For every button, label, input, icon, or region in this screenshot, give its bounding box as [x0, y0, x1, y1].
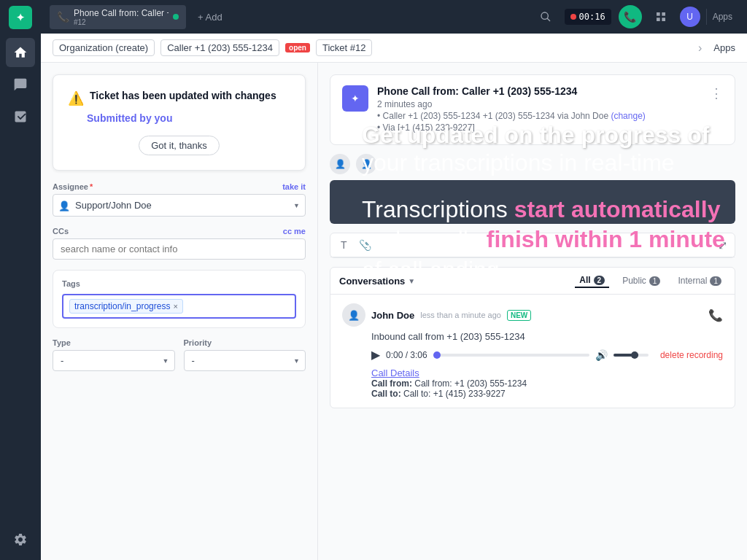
- notification-box: ⚠️ Ticket has been updated with changes …: [53, 74, 306, 171]
- ccs-field: CCs cc me: [53, 227, 306, 260]
- warning-icon: ⚠️: [68, 90, 84, 106]
- sidebar-item-tickets[interactable]: [6, 70, 35, 99]
- sidebar: ✦: [0, 0, 41, 560]
- add-button[interactable]: + Add: [192, 9, 228, 26]
- right-panel: Get updated on the progress of your tran…: [318, 63, 747, 560]
- conversations-chevron-icon: ▼: [408, 277, 415, 285]
- recording-dot: [570, 14, 576, 20]
- all-badge: 2: [594, 276, 605, 285]
- text-format-icon[interactable]: T: [338, 238, 350, 252]
- call-to-row: Call to: Call to: +1 (415) 233-9227: [371, 389, 723, 399]
- ticket-time: 2 minutes ago: [377, 99, 701, 109]
- priority-select-wrapper: -: [184, 350, 306, 371]
- transcript-placeholder: [330, 180, 735, 224]
- user-avatar[interactable]: U: [680, 7, 700, 27]
- required-mark: *: [90, 182, 93, 191]
- composer-toolbar: T 📎 ⤢: [330, 233, 735, 257]
- audio-progress-bar[interactable]: [433, 354, 589, 357]
- sidebar-item-home[interactable]: [6, 38, 35, 67]
- grid-icon[interactable]: [649, 5, 673, 28]
- attachment-icon[interactable]: 📎: [356, 238, 374, 252]
- breadcrumb-expand-icon[interactable]: ›: [698, 42, 702, 55]
- conversation-item: 👤 John Doe less than a minute ago NEW 📞 …: [330, 295, 735, 408]
- sidebar-item-reports[interactable]: [6, 102, 35, 131]
- breadcrumb-apps-button[interactable]: Apps: [713, 42, 735, 53]
- internal-badge: 1: [710, 276, 721, 286]
- phone-icon: 📞: [57, 11, 69, 23]
- message-composer: T 📎 ⤢: [330, 233, 735, 258]
- tab-title: Phone Call from: Caller +1 (... #12: [74, 8, 169, 26]
- filter-internal[interactable]: Internal 1: [673, 274, 726, 287]
- breadcrumb-org[interactable]: Organization (create): [53, 39, 155, 56]
- conv-author-name: John Doe: [371, 310, 414, 321]
- breadcrumb-caller[interactable]: Caller +1 (203) 555-1234: [160, 39, 279, 56]
- participant-icon-2: 👤: [356, 154, 376, 174]
- ticket-caller: • Caller +1 (203) 555-1234 +1 (203) 555-…: [377, 111, 701, 121]
- ccs-input[interactable]: [53, 238, 306, 260]
- ticket-panel: ✦ Phone Call from: Caller +1 (203) 555-1…: [318, 63, 747, 420]
- assignee-select-wrapper: Support/John Doe 👤: [53, 194, 306, 217]
- conv-call-icon: 📞: [708, 308, 723, 322]
- ccs-label: CCs cc me: [53, 227, 306, 236]
- conv-body: Inbound call from +1 (203) 555-1234: [371, 331, 723, 342]
- topbar-actions: 00:16 📞 U: [534, 5, 700, 28]
- participant-row: 👤 👤: [330, 154, 735, 174]
- priority-label: Priority: [184, 338, 306, 347]
- topbar: 📞 Phone Call from: Caller +1 (... #12 + …: [41, 0, 747, 34]
- tag-remove-icon[interactable]: ×: [173, 302, 177, 311]
- apps-button[interactable]: Apps: [706, 9, 738, 25]
- conv-timestamp: less than a minute ago: [420, 311, 501, 319]
- change-link[interactable]: (change): [611, 111, 645, 121]
- notification-title: Ticket has been updated with changes: [90, 90, 276, 101]
- notification-header: ⚠️ Ticket has been updated with changes: [68, 90, 290, 106]
- call-details-link[interactable]: Call Details: [371, 368, 723, 378]
- tab-active-dot: [173, 14, 179, 20]
- got-it-button[interactable]: Got it, thanks: [139, 136, 220, 155]
- priority-select[interactable]: -: [184, 350, 306, 371]
- delete-recording-link[interactable]: delete recording: [660, 350, 723, 360]
- call-details: Call Details Call from: Call from: +1 (2…: [371, 368, 723, 399]
- conversations-tab[interactable]: Conversations ▼: [339, 276, 415, 287]
- type-select[interactable]: -: [53, 350, 175, 371]
- sidebar-item-settings[interactable]: [6, 525, 35, 554]
- volume-scrubber: [631, 351, 638, 359]
- conv-item-header: 👤 John Doe less than a minute ago NEW 📞: [342, 303, 723, 327]
- take-it-link[interactable]: take it: [282, 182, 306, 191]
- sidebar-logo: ✦: [9, 6, 32, 29]
- ticket-via: • Via [+1 (415) 233-9227]: [377, 122, 701, 133]
- type-priority-row: Type - Priority -: [53, 338, 306, 381]
- expand-icon[interactable]: ⤢: [718, 238, 727, 252]
- public-badge: 1: [649, 276, 661, 286]
- tags-input-area[interactable]: transcription/in_progress ×: [62, 294, 296, 319]
- participant-icon-1: 👤: [330, 154, 350, 174]
- left-panel: ⚠️ Ticket has been updated with changes …: [41, 63, 318, 560]
- ticket-avatar: ✦: [342, 85, 368, 112]
- play-button[interactable]: ▶: [371, 348, 380, 362]
- active-call-button[interactable]: 📞: [619, 5, 642, 28]
- priority-field: Priority -: [184, 338, 306, 371]
- notification-subtitle: Submitted by you: [68, 112, 290, 124]
- ticket-title: Phone Call from: Caller +1 (203) 555-123…: [377, 85, 701, 97]
- volume-bar[interactable]: [614, 354, 649, 357]
- audio-player: ▶ 0:00 / 3:06 🔊 delete record: [371, 348, 723, 362]
- tags-box: Tags transcription/in_progress ×: [53, 270, 306, 328]
- breadcrumb-ticket[interactable]: Ticket #12: [316, 39, 373, 56]
- cc-me-link[interactable]: cc me: [283, 227, 306, 236]
- filter-all[interactable]: All 2: [575, 273, 609, 288]
- ticket-header: ✦ Phone Call from: Caller +1 (203) 555-1…: [330, 74, 735, 145]
- conv-author-avatar: 👤: [342, 303, 365, 327]
- volume-icon[interactable]: 🔊: [595, 349, 608, 361]
- search-button[interactable]: [534, 5, 557, 28]
- content: ⚠️ Ticket has been updated with changes …: [41, 63, 747, 560]
- type-select-wrapper: -: [53, 350, 175, 371]
- assignee-select[interactable]: Support/John Doe: [53, 194, 306, 217]
- conversations-tabs: Conversations ▼ All 2 Public 1: [330, 268, 735, 295]
- breadcrumb: Organization (create) Caller +1 (203) 55…: [41, 34, 747, 63]
- topbar-tab[interactable]: 📞 Phone Call from: Caller +1 (... #12: [50, 5, 186, 29]
- conv-filter-tabs: All 2 Public 1 Internal 1: [575, 273, 726, 288]
- filter-public[interactable]: Public 1: [618, 274, 665, 287]
- ticket-menu-icon[interactable]: ⋮: [710, 85, 723, 101]
- call-from-row: Call from: Call from: +1 (203) 555-1234: [371, 378, 723, 389]
- tags-label: Tags: [62, 279, 296, 288]
- svg-rect-2: [657, 18, 660, 21]
